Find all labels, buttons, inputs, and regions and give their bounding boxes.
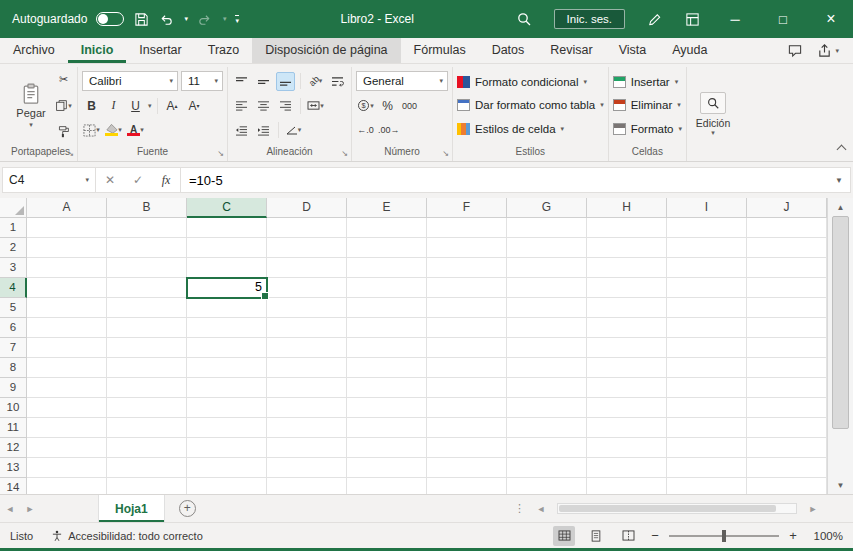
horizontal-scroll-thumb[interactable] <box>559 505 776 512</box>
page-layout-view-button[interactable] <box>585 526 607 546</box>
cell-D2[interactable] <box>267 238 347 258</box>
cell-A3[interactable] <box>27 258 107 278</box>
format-dropdown-icon[interactable]: ▾ <box>679 125 683 133</box>
save-icon[interactable] <box>133 11 149 27</box>
column-header-J[interactable]: J <box>747 198 827 218</box>
font-size-select[interactable]: 11▾ <box>181 71 223 91</box>
row-header-11[interactable]: 11 <box>0 418 27 438</box>
cell-I2[interactable] <box>667 238 747 258</box>
cell-F6[interactable] <box>427 318 507 338</box>
normal-view-button[interactable] <box>553 526 575 546</box>
cell-D13[interactable] <box>267 458 347 478</box>
tab-splitter-handle[interactable]: ⋮ <box>514 502 525 515</box>
cell-E11[interactable] <box>347 418 427 438</box>
row-header-6[interactable]: 6 <box>0 318 27 338</box>
cell-I3[interactable] <box>667 258 747 278</box>
cell-A7[interactable] <box>27 338 107 358</box>
cell-E8[interactable] <box>347 358 427 378</box>
number-format-dropdown-icon[interactable]: ▾ <box>439 77 443 85</box>
cell-E9[interactable] <box>347 378 427 398</box>
cell-E10[interactable] <box>347 398 427 418</box>
cell-H9[interactable] <box>587 378 667 398</box>
cell-C12[interactable] <box>187 438 267 458</box>
cell-E2[interactable] <box>347 238 427 258</box>
cell-D3[interactable] <box>267 258 347 278</box>
orientation-button[interactable]: ab▾ <box>306 72 325 91</box>
cell-H11[interactable] <box>587 418 667 438</box>
currency-dropdown-icon[interactable]: ▾ <box>370 102 374 110</box>
zoom-level[interactable]: 100% <box>807 530 843 542</box>
merge-dropdown-icon[interactable]: ▾ <box>320 102 324 110</box>
column-header-G[interactable]: G <box>507 198 587 218</box>
cell-C9[interactable] <box>187 378 267 398</box>
align-right-icon[interactable] <box>276 96 295 115</box>
decrease-indent-icon[interactable] <box>232 121 251 140</box>
row-header-9[interactable]: 9 <box>0 378 27 398</box>
cell-C14[interactable] <box>187 478 267 494</box>
cell-J4[interactable] <box>747 278 827 298</box>
cell-D10[interactable] <box>267 398 347 418</box>
percent-style-button[interactable]: % <box>378 96 397 115</box>
font-color-button[interactable]: A ▾ <box>126 121 145 140</box>
cell-C11[interactable] <box>187 418 267 438</box>
vertical-scrollbar[interactable]: ▲ ▼ <box>827 198 853 494</box>
cell-H10[interactable] <box>587 398 667 418</box>
table-dropdown-icon[interactable]: ▾ <box>600 101 604 109</box>
cell-B2[interactable] <box>107 238 187 258</box>
row-header-4[interactable]: 4 <box>0 278 27 298</box>
cell-G6[interactable] <box>507 318 587 338</box>
vertical-scroll-thumb[interactable] <box>832 216 849 429</box>
cell-I10[interactable] <box>667 398 747 418</box>
cell-A14[interactable] <box>27 478 107 494</box>
cell-J7[interactable] <box>747 338 827 358</box>
cell-C13[interactable] <box>187 458 267 478</box>
sheet-nav-left-icon[interactable]: ◄ <box>0 504 20 514</box>
cell-C1[interactable] <box>187 218 267 238</box>
cell-D6[interactable] <box>267 318 347 338</box>
cell-B6[interactable] <box>107 318 187 338</box>
font-color-dropdown-icon[interactable]: ▾ <box>140 126 144 134</box>
row-header-5[interactable]: 5 <box>0 298 27 318</box>
cell-H3[interactable] <box>587 258 667 278</box>
alignment-dialog-launcher-icon[interactable]: ↘ <box>341 150 348 158</box>
fill-color-dropdown-icon[interactable]: ▾ <box>118 126 122 134</box>
cell-J9[interactable] <box>747 378 827 398</box>
cell-B13[interactable] <box>107 458 187 478</box>
row-header-1[interactable]: 1 <box>0 218 27 238</box>
angle-dropdown-icon[interactable]: ▾ <box>298 126 302 134</box>
cell-D12[interactable] <box>267 438 347 458</box>
cell-J8[interactable] <box>747 358 827 378</box>
cell-I1[interactable] <box>667 218 747 238</box>
paste-dropdown-icon[interactable]: ▾ <box>29 121 33 129</box>
cell-C10[interactable] <box>187 398 267 418</box>
cell-E14[interactable] <box>347 478 427 494</box>
cell-I6[interactable] <box>667 318 747 338</box>
shrink-font-button[interactable]: A▾ <box>185 96 204 115</box>
cell-H14[interactable] <box>587 478 667 494</box>
cell-B1[interactable] <box>107 218 187 238</box>
cell-C3[interactable] <box>187 258 267 278</box>
signin-button[interactable]: Inic. ses. <box>554 9 625 29</box>
cell-E1[interactable] <box>347 218 427 238</box>
draw-pen-icon[interactable] <box>637 0 671 38</box>
clipboard-dialog-launcher-icon[interactable]: ↘ <box>67 150 74 158</box>
cell-H8[interactable] <box>587 358 667 378</box>
ribbon-tab-fórmulas[interactable]: Fórmulas <box>401 38 479 63</box>
cell-I11[interactable] <box>667 418 747 438</box>
autosave-toggle[interactable] <box>96 12 124 26</box>
select-all-corner[interactable] <box>0 198 27 218</box>
angle-button[interactable]: ▾ <box>284 121 303 140</box>
hscroll-right-icon[interactable]: ► <box>803 504 823 514</box>
cell-G10[interactable] <box>507 398 587 418</box>
cut-icon[interactable]: ✂ <box>54 70 73 89</box>
wrap-text-icon[interactable] <box>328 72 347 91</box>
conditional-dropdown-icon[interactable]: ▾ <box>584 78 588 86</box>
share-dropdown-icon[interactable]: ▾ <box>835 47 839 55</box>
cell-G13[interactable] <box>507 458 587 478</box>
cell-I13[interactable] <box>667 458 747 478</box>
cell-H4[interactable] <box>587 278 667 298</box>
zoom-in-button[interactable]: + <box>787 528 799 543</box>
sheet-tab-hoja1[interactable]: Hoja1 <box>98 495 165 522</box>
ribbon-tab-insertar[interactable]: Insertar <box>126 38 194 63</box>
cell-styles-dropdown-icon[interactable]: ▾ <box>561 125 565 133</box>
